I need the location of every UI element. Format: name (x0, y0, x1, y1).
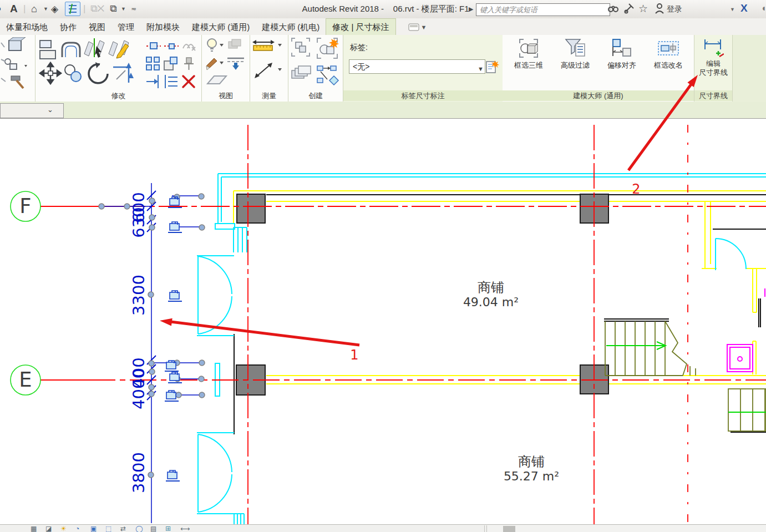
advanced-filter-button[interactable]: 高级过滤 (554, 38, 597, 92)
panel-label-measure[interactable]: 测量 (250, 90, 288, 101)
shadows-icon[interactable]: ▣ (90, 525, 97, 532)
horizontal-scrollbar[interactable] (486, 525, 766, 532)
type-selector-dropdown[interactable]: ⌄ (0, 103, 64, 118)
delete-icon[interactable] (183, 76, 194, 87)
statusbar-divider (484, 525, 485, 532)
tab-modify-dimension[interactable]: 修改 | 尺寸标注 (326, 18, 395, 35)
partial-help-icon: ◖ (761, 3, 766, 13)
move-icon[interactable] (40, 63, 61, 84)
cut-geometry-icon[interactable] (146, 43, 161, 49)
panel-modeling-master: 框选三维 高级过滤 偏移对齐 (503, 35, 694, 102)
favorites-star-icon[interactable]: ☆ (638, 2, 648, 15)
select-box-icon[interactable] (9, 37, 26, 50)
panel-modify: 修改 (35, 35, 202, 102)
panel-label-modeling-master[interactable]: 建模大师 (通用) (503, 90, 694, 101)
offset-align-label: 偏移对齐 (600, 60, 643, 70)
offset-align-button[interactable]: 偏移对齐 (600, 38, 643, 92)
measure-between-icon[interactable] (255, 63, 282, 78)
home-dropdown-icon[interactable]: ▼ (43, 3, 48, 15)
pin-icon[interactable] (184, 58, 194, 70)
tab-manage[interactable]: 管理 (111, 19, 140, 35)
communication-center-icon[interactable] (623, 3, 635, 14)
load-tag-icon[interactable] (485, 59, 500, 74)
user-icon[interactable] (655, 3, 664, 14)
panel-label-witness-line[interactable]: 尺寸界线 (694, 90, 732, 101)
sign-in-label[interactable]: 登录 (667, 4, 682, 14)
align-icon[interactable] (40, 40, 55, 59)
exchange-apps-icon[interactable]: X (740, 2, 748, 14)
match-lines-icon[interactable] (165, 75, 177, 88)
create-similar-icon[interactable] (317, 38, 339, 58)
render-disabled-icon (229, 39, 241, 48)
box-select-3d-button[interactable]: 框选三维 (507, 38, 550, 92)
cut-profile-icon[interactable] (164, 44, 179, 49)
analytical-icon[interactable]: ⊞ (165, 525, 171, 532)
four-squares-icon[interactable] (146, 57, 159, 70)
text-tool-icon[interactable]: A (10, 3, 18, 15)
link-icon[interactable] (5, 59, 27, 69)
search-input[interactable]: 键入关键字或短语 (476, 3, 610, 16)
align-to-line-icon[interactable] (146, 75, 158, 88)
panel-measure: 测量 (250, 35, 288, 102)
crop-view-icon[interactable]: ⬚ (105, 525, 111, 532)
box-select-rename-button[interactable]: 框选改名 (647, 38, 690, 92)
tab-collaborate[interactable]: 协作 (54, 19, 83, 35)
detail-level-icon[interactable]: ◪ (45, 525, 52, 532)
dimension-value: 630 (129, 207, 148, 237)
split-with-gap-icon[interactable] (109, 40, 129, 58)
split-element-icon[interactable] (84, 38, 104, 58)
search-flyout-icon[interactable]: ▶ (469, 6, 473, 13)
visibility-list-icon[interactable] (65, 2, 80, 16)
tab-modeling-master-general[interactable]: 建模大师 (通用) (186, 19, 256, 35)
advanced-filter-label: 高级过滤 (554, 60, 597, 70)
copy-icon[interactable] (65, 65, 81, 82)
scrollbar-thumb[interactable] (503, 526, 515, 532)
sun-path-icon[interactable]: ◔ (75, 525, 79, 532)
tab-massing-site[interactable]: 体量和场地 (0, 19, 54, 35)
constraints-icon[interactable]: ⟷ (180, 525, 190, 532)
panel-select-partial (0, 35, 35, 102)
visual-style-icon[interactable]: ☀ (60, 525, 67, 532)
array-icon[interactable] (317, 66, 338, 85)
rotate-icon[interactable] (89, 62, 108, 83)
tag-dropdown[interactable]: <无> ▼ (349, 59, 485, 74)
create-group-icon[interactable] (292, 38, 310, 56)
paintbrush-icon[interactable] (206, 58, 224, 70)
panel-label-modify[interactable]: 修改 (35, 90, 201, 101)
svg-text:商铺: 商铺 (518, 454, 545, 469)
reveal-hidden-icon[interactable]: ▤ (150, 525, 156, 532)
switch-windows-dropdown-icon[interactable]: ▼ (121, 3, 126, 15)
drawing-canvas[interactable]: F E (0, 119, 766, 524)
linework-icon[interactable] (227, 58, 244, 70)
edit-witness-line-button[interactable]: 编辑 尺寸界线 (692, 38, 735, 92)
home-icon[interactable]: ⌂ (31, 3, 37, 15)
show-crop-icon[interactable]: ⇄ (120, 525, 126, 532)
ribbon-display-toggle[interactable]: ▼ (408, 22, 427, 33)
box-select-rename-label: 框选改名 (647, 60, 690, 70)
steering-wheel-icon[interactable]: ◈ (51, 3, 58, 15)
panel-tag-dimension: 标签: <无> ▼ 标签尺寸标注 (343, 35, 503, 102)
temporary-hide-icon[interactable]: ◯ (135, 525, 143, 532)
tag-dropdown-arrow-icon[interactable]: ▼ (478, 62, 484, 75)
switch-windows-icon[interactable]: ⧉ (110, 3, 116, 15)
panel-label-create[interactable]: 创建 (288, 90, 343, 101)
offset-icon[interactable] (62, 43, 80, 57)
svg-text:E: E (19, 368, 32, 392)
search-icon[interactable] (607, 3, 619, 14)
tag-dropdown-value: <无> (353, 62, 369, 71)
measure-ruler-icon[interactable] (252, 40, 282, 50)
tab-view[interactable]: 视图 (83, 19, 111, 35)
signin-dropdown-icon[interactable]: ▼ (730, 7, 735, 12)
trim-extend-icon[interactable] (113, 63, 134, 83)
hammer-icon[interactable] (11, 76, 23, 88)
dimension-value: 4000 (129, 368, 148, 409)
qat-customize-icon[interactable]: ≂ (131, 3, 136, 15)
lightbulb-icon[interactable] (207, 39, 224, 51)
insulation-icon[interactable] (292, 66, 311, 78)
scale-icon[interactable]: ▦ (31, 525, 37, 532)
tab-addins[interactable]: 附加模块 (140, 19, 186, 35)
scale-icon[interactable] (164, 57, 177, 70)
panel-label-tag-dimension[interactable]: 标签尺寸标注 (343, 90, 503, 101)
tab-modeling-master-mep[interactable]: 建模大师 (机电) (256, 19, 326, 35)
panel-label-view[interactable]: 视图 (202, 90, 250, 101)
